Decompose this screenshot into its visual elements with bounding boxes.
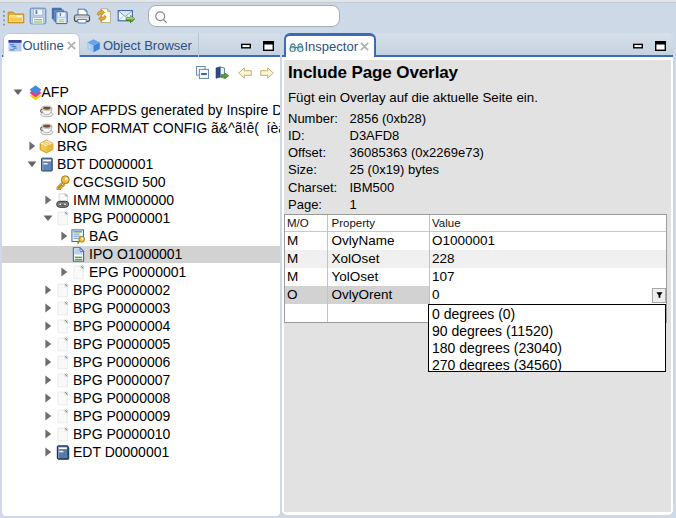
expand-arrow-icon[interactable] [43,375,53,385]
tree-item-label: BPG P0000006 [73,353,170,371]
cell-mo: M [287,268,298,286]
right-tabstrip: Inspector [282,33,673,57]
tree-item-afp[interactable]: AFP [2,83,280,101]
expand-arrow-icon[interactable] [59,231,69,241]
table-row-xoloset[interactable]: M XolOset 228 [285,250,666,268]
tree-item-bpg-p0000006[interactable]: BPG P0000006 [2,353,280,371]
forward-button[interactable] [260,67,274,79]
expand-arrow-icon[interactable] [59,267,69,277]
send-button[interactable] [117,7,135,25]
minimize-left-button[interactable] [241,42,251,50]
tree-item-bpg-p0000008[interactable]: BPG P0000008 [2,389,280,407]
tree-item-bpg-p0000001[interactable]: BPG P0000001 [2,209,280,227]
link-with-editor-button[interactable] [214,66,230,80]
expand-arrow-icon[interactable] [43,357,53,367]
search-box[interactable] [148,5,340,27]
tree-item-nop-afpds[interactable]: NOP AFPDS generated by Inspire De [2,101,280,119]
collapse-all-button[interactable] [196,66,209,79]
collapse-arrow-icon[interactable] [27,159,37,169]
expand-arrow-icon[interactable] [43,393,53,403]
tree-item-nop-format[interactable]: NOP FORMAT CONFIG ã&^ã!ê( íèãã [2,119,280,137]
tree-item-label: BAG [89,227,119,245]
tree-item-bpg-p0000004[interactable]: BPG P0000004 [2,317,280,335]
tab-object-browser[interactable]: Object Browser [80,33,199,57]
table-row-ovlyname[interactable]: M OvlyName O1000001 [285,232,666,250]
print-button[interactable] [73,7,91,25]
bpg-icon [55,391,70,406]
field-value: 25 (0x19) bytes [350,161,440,178]
tree-item-brg[interactable]: BRG [2,137,280,155]
tree-item-bpg-p0000007[interactable]: BPG P0000007 [2,371,280,389]
toolbar-drag-handle[interactable] [2,10,6,26]
tree-item-bpg-p0000002[interactable]: BPG P0000002 [2,281,280,299]
object-browser-icon [86,38,101,53]
expand-arrow-icon[interactable] [43,303,53,313]
tree-item-bpg-p0000005[interactable]: BPG P0000005 [2,335,280,353]
tree-item-ipo-o1000001[interactable]: IPO O1000001 [2,245,280,263]
expand-arrow-icon[interactable] [43,285,53,295]
tree-item-cgcsgid-500[interactable]: CGCSGID 500 [2,173,280,191]
tree-item-bag[interactable]: BAG [2,227,280,245]
minimize-right-button[interactable] [633,42,643,50]
save-button[interactable] [29,7,47,25]
tree-item-bpg-p0000003[interactable]: BPG P0000003 [2,299,280,317]
table-row-ovlyorent[interactable]: O OvlyOrent 0 [285,286,666,304]
expand-arrow-icon[interactable] [27,141,37,151]
bpg-icon [55,427,70,442]
tree-item-bpg-p0000010[interactable]: BPG P0000010 [2,425,280,443]
tree-item-edt-d0000001[interactable]: EDT D0000001 [2,443,280,461]
dropdown-option[interactable]: 180 degrees (23040) [429,340,665,357]
brg-icon [39,139,54,154]
bag-icon [71,229,86,244]
expand-arrow-icon[interactable] [43,321,53,331]
header-mo[interactable]: M/O [287,217,309,229]
back-button[interactable] [238,67,252,79]
expand-arrow-icon[interactable] [43,411,53,421]
save-all-button[interactable] [51,7,69,25]
collapse-arrow-icon[interactable] [43,213,53,223]
field-label: Number: [288,110,338,127]
tree-item-bdt-d0000001[interactable]: BDT D0000001 [2,155,280,173]
application-window: Object Browser Outline Inspector AFPNOP … [0,0,676,518]
dropdown-option[interactable]: 0 degrees (0) [429,306,665,323]
maximize-left-button[interactable] [263,41,274,51]
nop-icon [39,103,54,118]
open-file-button[interactable] [7,7,25,25]
tree-item-label: IMM MM000000 [73,191,174,209]
tree-item-bpg-p0000009[interactable]: BPG P0000009 [2,407,280,425]
dropdown-option[interactable]: 270 degrees (34560) [429,357,665,372]
tree-item-label: BPG P0000008 [73,389,170,407]
expand-arrow-icon[interactable] [43,429,53,439]
bpg-icon [55,355,70,370]
expand-arrow-icon[interactable] [43,195,53,205]
tab-inspector[interactable]: Inspector [284,33,376,57]
close-icon[interactable] [359,41,370,52]
maximize-right-button[interactable] [655,41,666,51]
collapse-arrow-icon[interactable] [13,87,23,97]
header-value[interactable]: Value [432,217,461,229]
close-icon[interactable] [66,40,77,51]
search-input[interactable] [172,9,334,25]
tree-item-imm-mm000000[interactable]: IMM MM000000 [2,191,280,209]
table-row-yoloset[interactable]: M YolOset 107 [285,268,666,286]
nop-icon [39,121,54,136]
expand-arrow-icon[interactable] [43,339,53,349]
tree-item-label: BPG P0000003 [73,299,170,317]
header-property[interactable]: Property [332,217,375,229]
cell-mo: O [287,286,298,304]
dropdown-option[interactable]: 90 degrees (11520) [429,323,665,340]
open-folder-icon [7,7,25,25]
combo-dropdown-button[interactable] [652,288,666,303]
afp-tree: AFPNOP AFPDS generated by Inspire DeNOP … [2,83,280,512]
tree-item-label: BPG P0000004 [73,317,170,335]
field-value: 36085363 (0x2269e73) [350,144,484,161]
convert-button[interactable] [95,7,113,25]
bpg-icon [55,283,70,298]
tree-item-epg-p0000001[interactable]: EPG P0000001 [2,263,280,281]
tree-item-label: AFP [42,83,69,101]
cell-value: 0 [432,286,440,304]
tab-outline[interactable]: Outline [3,33,80,57]
tree-item-label: BDT D0000001 [57,155,153,173]
send-mail-icon [117,7,135,25]
expand-arrow-icon[interactable] [43,447,53,457]
